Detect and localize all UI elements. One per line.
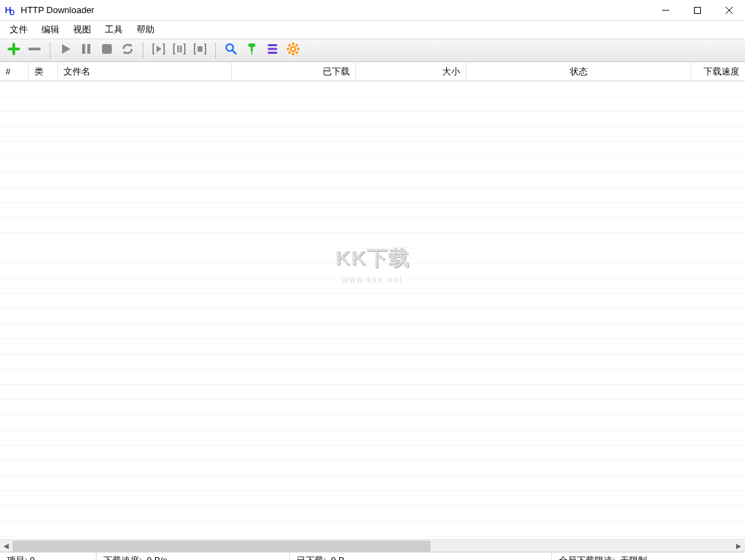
svg-rect-24 — [268, 52, 277, 54]
app-icon: H D — [4, 4, 17, 17]
add-button[interactable] — [4, 41, 23, 59]
column-status[interactable]: 状态 — [466, 62, 691, 81]
svg-point-31 — [295, 44, 298, 47]
svg-rect-10 — [102, 44, 112, 54]
svg-text:D: D — [10, 9, 14, 16]
download-list[interactable]: KK下载 www.kkx.net — [0, 81, 745, 539]
svg-rect-22 — [268, 44, 277, 46]
svg-rect-20 — [251, 47, 253, 51]
minus-icon — [28, 43, 41, 58]
status-speed: 下载速度: 0 B/s — [97, 552, 290, 560]
stop-all-button[interactable] — [190, 41, 210, 59]
svg-point-27 — [292, 53, 295, 56]
svg-point-34 — [292, 48, 295, 50]
menubar: 文件 编辑 视图 工具 帮助 — [0, 21, 745, 39]
scroll-right-icon[interactable]: ▶ — [733, 540, 745, 552]
table-header: # 类 文件名 已下载 大小 状态 下载速度 — [0, 62, 745, 81]
pause-bracket-icon — [172, 43, 187, 57]
svg-rect-16 — [198, 46, 203, 52]
svg-rect-19 — [248, 43, 255, 47]
toolbar-separator — [215, 42, 216, 59]
toolbar — [0, 39, 745, 62]
search-button[interactable] — [221, 41, 241, 59]
status-items: 项目: 0 — [0, 552, 97, 560]
maximize-button[interactable] — [682, 0, 713, 20]
svg-rect-15 — [180, 46, 182, 52]
start-button[interactable] — [56, 41, 75, 59]
play-bracket-icon — [151, 43, 166, 57]
status-speed-label: 下载速度: — [103, 554, 142, 561]
play-icon — [60, 43, 71, 57]
pause-button[interactable] — [77, 41, 96, 59]
menu-file[interactable]: 文件 — [3, 22, 34, 37]
status-limit-label: 全局下载限速: — [559, 554, 615, 561]
restart-button[interactable] — [118, 41, 137, 59]
filter-button[interactable] — [242, 41, 261, 59]
queue-button[interactable] — [263, 41, 282, 59]
status-downloaded: 已下载: 0 B — [290, 552, 552, 560]
toolbar-separator — [50, 42, 50, 59]
stop-button[interactable] — [97, 41, 117, 59]
pushpin-icon — [246, 43, 258, 58]
column-number[interactable]: # — [0, 62, 29, 81]
window-title: HTTP Downloader — [21, 5, 650, 15]
column-speed[interactable]: 下载速度 — [691, 62, 745, 81]
scroll-track[interactable] — [12, 541, 733, 552]
start-all-button[interactable] — [149, 41, 168, 59]
remove-button[interactable] — [25, 41, 44, 59]
svg-marker-7 — [62, 44, 70, 54]
status-items-value: 0 — [30, 555, 34, 560]
menu-view[interactable]: 视图 — [66, 22, 98, 37]
list-icon — [266, 43, 279, 58]
pause-all-button[interactable] — [170, 41, 189, 59]
svg-line-18 — [232, 50, 236, 54]
refresh-icon — [121, 43, 134, 58]
window-controls — [650, 0, 745, 20]
horizontal-scrollbar[interactable]: ◀ ▶ — [0, 539, 745, 552]
svg-point-33 — [295, 51, 298, 54]
status-downloaded-value: 0 B — [331, 555, 345, 560]
menu-tools[interactable]: 工具 — [98, 22, 130, 37]
status-downloaded-label: 已下载: — [297, 554, 326, 561]
scroll-left-icon[interactable]: ◀ — [0, 540, 12, 552]
pause-icon — [81, 43, 92, 57]
toolbar-separator — [143, 42, 143, 59]
minimize-button[interactable] — [650, 0, 682, 20]
stop-bracket-icon — [192, 43, 208, 57]
column-filename[interactable]: 文件名 — [58, 62, 232, 81]
statusbar: 项目: 0 下载速度: 0 B/s 已下载: 0 B 全局下载限速: 无限制 — [0, 552, 745, 560]
svg-point-28 — [287, 48, 290, 50]
svg-rect-8 — [82, 44, 86, 54]
settings-button[interactable] — [284, 41, 303, 59]
gear-icon — [286, 42, 300, 59]
stop-icon — [101, 43, 112, 57]
scroll-thumb[interactable] — [12, 541, 430, 552]
column-size[interactable]: 大小 — [356, 62, 466, 81]
svg-point-32 — [288, 51, 291, 54]
svg-marker-13 — [157, 46, 161, 52]
column-type[interactable]: 类 — [29, 62, 58, 81]
status-items-label: 项目: — [7, 554, 28, 561]
svg-rect-3 — [695, 7, 701, 13]
svg-point-26 — [292, 43, 295, 46]
svg-rect-14 — [177, 46, 179, 52]
close-button[interactable] — [713, 0, 745, 20]
svg-point-29 — [297, 48, 300, 50]
status-limit: 全局下载限速: 无限制 — [552, 552, 745, 560]
status-speed-value: 0 B/s — [147, 555, 168, 560]
menu-edit[interactable]: 编辑 — [34, 22, 66, 37]
svg-rect-23 — [268, 48, 277, 50]
svg-rect-9 — [88, 44, 91, 54]
search-icon — [225, 43, 237, 58]
plus-icon — [8, 43, 20, 58]
column-downloaded[interactable]: 已下载 — [232, 62, 356, 81]
svg-point-30 — [288, 44, 291, 47]
status-limit-value: 无限制 — [620, 554, 647, 561]
titlebar: H D HTTP Downloader — [0, 0, 745, 21]
menu-help[interactable]: 帮助 — [130, 22, 161, 37]
